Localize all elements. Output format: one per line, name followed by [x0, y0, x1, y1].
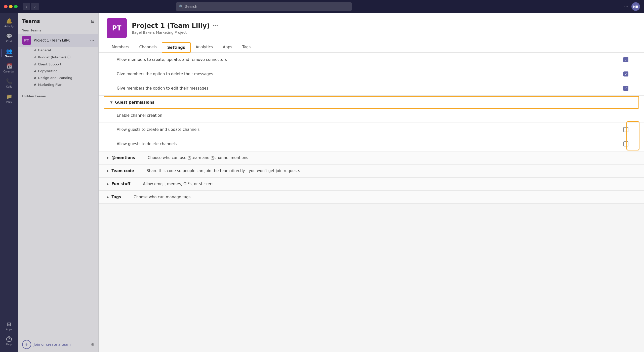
sidebar-item-chat[interactable]: 💬 Chat	[2, 31, 16, 45]
sidebar-item-teams[interactable]: 👥 Teams	[2, 46, 16, 60]
channel-budget[interactable]: # Budget (Internal) ⓘ	[34, 54, 98, 61]
fun-stuff-desc: Allow emoji, memes, GIFs, or stickers	[133, 182, 636, 186]
enable-channel-label: Enable channel creation	[107, 113, 636, 118]
delete-messages-checkbox-col: ✓	[616, 71, 636, 76]
apps-icon: ⊞	[7, 321, 11, 327]
info-icon: ⓘ	[67, 55, 70, 59]
mentions-title: @mentions	[111, 155, 135, 160]
channel-icon: #	[34, 69, 36, 73]
search-bar[interactable]: 🔍 Search	[176, 2, 352, 11]
connectors-label: Allow members to create, update, and rem…	[107, 57, 610, 62]
member-permissions-section: Allow members to create, update, and rem…	[99, 53, 644, 96]
channel-icon: #	[34, 55, 36, 59]
setting-row-edit-messages: Give members the option to edit their me…	[99, 81, 644, 95]
tabs-bar: Members Channels Settings Analytics Apps…	[107, 42, 636, 52]
guest-delete-row: Allow guests to delete channels	[99, 137, 644, 151]
teams-panel-title: Teams	[22, 18, 40, 24]
chat-icon: 💬	[6, 33, 12, 39]
tab-channels[interactable]: Channels	[134, 42, 162, 52]
tab-apps[interactable]: Apps	[218, 42, 237, 52]
tags-title: Tags	[111, 195, 121, 199]
team-header-bar: PT Project 1 (Team Lilly) ··· Bagel Bake…	[99, 13, 644, 53]
guest-permissions-title: Guest permissions	[115, 100, 154, 105]
channel-icon: #	[34, 62, 36, 66]
calendar-icon: 📅	[6, 63, 12, 69]
fun-stuff-title: Fun stuff	[111, 182, 130, 186]
delete-messages-checkbox[interactable]: ✓	[623, 71, 628, 76]
edit-messages-checkbox[interactable]: ✓	[623, 86, 628, 91]
filter-icon[interactable]: ⊟	[91, 19, 94, 24]
calls-icon: 📞	[6, 78, 12, 84]
team-code-chevron-icon: ▶	[107, 169, 109, 173]
channel-list: # General # Budget (Internal) ⓘ # Client…	[18, 47, 98, 88]
forward-button[interactable]: ›	[31, 3, 39, 10]
activity-icon: 🔔	[6, 18, 12, 24]
join-icon: +	[22, 340, 31, 349]
maximize-button[interactable]	[14, 5, 18, 8]
sidebar-item-activity[interactable]: 🔔 Activity	[2, 16, 16, 30]
guest-chevron-icon: ▼	[110, 101, 112, 104]
settings-icon[interactable]: ⚙	[91, 342, 94, 347]
tab-members[interactable]: Members	[107, 42, 134, 52]
titlebar: ‹ › 🔍 Search ··· NB	[0, 0, 644, 13]
channel-marketing[interactable]: # Marketing Plan	[34, 81, 98, 88]
minimize-button[interactable]	[9, 5, 13, 8]
team-avatar: PT	[22, 36, 31, 45]
guest-enable-row: Enable channel creation	[99, 109, 644, 123]
channel-icon: #	[34, 48, 36, 52]
sidebar-bottom: ⊞ Apps ? Help	[2, 319, 16, 352]
setting-row-delete-messages: Give members the option to delete their …	[99, 67, 644, 81]
team-more-icon[interactable]: ···	[90, 38, 94, 43]
channel-icon: #	[34, 83, 36, 87]
channel-client-support[interactable]: # Client Support	[34, 61, 98, 68]
setting-row-connectors: Allow members to create, update, and rem…	[99, 53, 644, 67]
mentions-header[interactable]: ▶ @mentions Choose who can use @team and…	[99, 151, 644, 164]
channel-icon: #	[34, 76, 36, 80]
team-options-icon[interactable]: ···	[212, 23, 218, 29]
join-label: Join or create a team	[34, 342, 71, 346]
tags-header[interactable]: ▶ Tags Choose who can manage tags	[99, 191, 644, 204]
edit-messages-label: Give members the option to edit their me…	[107, 86, 610, 91]
channel-general[interactable]: # General	[34, 47, 98, 54]
icon-sidebar: 🔔 Activity 💬 Chat 👥 Teams 📅 Calendar 📞 C…	[0, 13, 18, 352]
team-header-top: PT Project 1 (Team Lilly) ··· Bagel Bake…	[107, 18, 636, 38]
guest-delete-checkbox-wrapper	[616, 141, 636, 146]
content-area: PT Project 1 (Team Lilly) ··· Bagel Bake…	[99, 13, 644, 352]
user-avatar[interactable]: NB	[631, 2, 640, 11]
tags-section: ▶ Tags Choose who can manage tags	[99, 191, 644, 204]
your-teams-label: Your teams	[18, 27, 98, 34]
teams-icon: 👥	[6, 48, 12, 54]
team-logo: PT	[107, 18, 127, 38]
guest-delete-label: Allow guests to delete channels	[107, 142, 616, 146]
guest-create-row: Allow guests to create and update channe…	[99, 123, 644, 137]
tab-analytics[interactable]: Analytics	[191, 42, 218, 52]
guest-delete-channels-checkbox[interactable]	[623, 141, 628, 146]
nav-controls: ‹ ›	[23, 3, 39, 10]
window-controls	[4, 5, 18, 8]
search-placeholder: Search	[185, 5, 197, 9]
guest-permissions-header[interactable]: ▼ Guest permissions	[104, 96, 639, 109]
channel-design[interactable]: # Design and Branding	[34, 74, 98, 81]
close-button[interactable]	[4, 5, 8, 8]
tab-settings[interactable]: Settings	[162, 42, 191, 53]
fun-stuff-header[interactable]: ▶ Fun stuff Allow emoji, memes, GIFs, or…	[99, 178, 644, 190]
teams-panel: Teams ⊟ Your teams PT Project 1 (Team Li…	[18, 13, 99, 352]
sidebar-item-files[interactable]: 📁 Files	[2, 91, 16, 105]
connectors-checkbox[interactable]: ✓	[623, 57, 628, 62]
team-item-project1[interactable]: PT Project 1 (Team Lilly) ···	[18, 34, 98, 47]
team-code-desc: Share this code so people can join the t…	[137, 169, 636, 173]
back-button[interactable]: ‹	[23, 3, 30, 10]
sidebar-item-help[interactable]: ? Help	[2, 334, 16, 348]
sidebar-item-calls[interactable]: 📞 Calls	[2, 76, 16, 90]
tab-tags[interactable]: Tags	[237, 42, 256, 52]
sidebar-item-apps[interactable]: ⊞ Apps	[2, 319, 16, 333]
fun-stuff-section: ▶ Fun stuff Allow emoji, memes, GIFs, or…	[99, 178, 644, 191]
team-code-title: Team code	[111, 169, 134, 173]
more-menu[interactable]: ···	[624, 4, 628, 9]
join-create-team[interactable]: + Join or create a team ⚙	[18, 337, 98, 352]
team-code-header[interactable]: ▶ Team code Share this code so people ca…	[99, 165, 644, 177]
team-subtitle: Bagel Bakers Marketing Project	[132, 30, 218, 34]
sidebar-item-calendar[interactable]: 📅 Calendar	[2, 61, 16, 75]
guest-create-channels-checkbox[interactable]	[623, 127, 628, 132]
channel-copywriting[interactable]: # Copywriting	[34, 68, 98, 74]
